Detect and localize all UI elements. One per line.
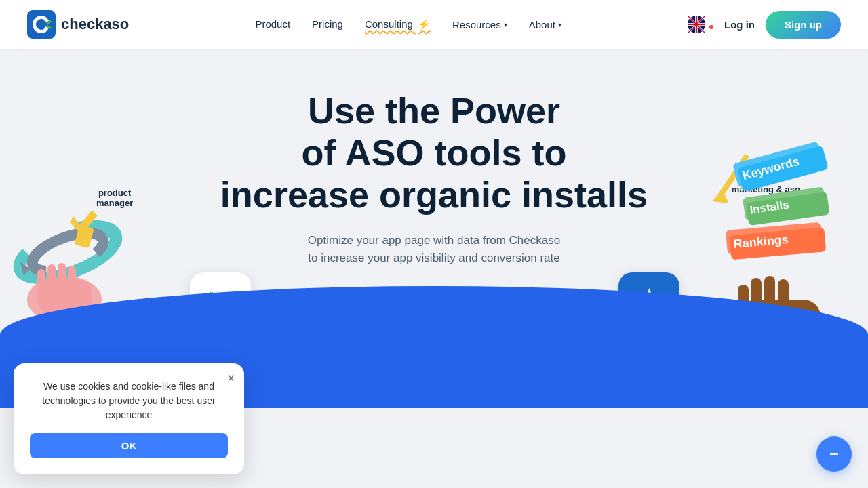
nav-item-about: About ▾ bbox=[529, 19, 561, 30]
login-button[interactable]: Log in bbox=[724, 19, 755, 30]
brand-name: checkaso bbox=[61, 16, 129, 33]
svg-rect-10 bbox=[47, 264, 56, 288]
nav-item-pricing: Pricing bbox=[312, 18, 343, 30]
nav-link-resources[interactable]: Resources ▾ bbox=[452, 19, 507, 30]
nav-item-product: Product bbox=[255, 18, 290, 30]
nav-right: Log in Sign up bbox=[688, 11, 841, 39]
resources-dropdown-arrow: ▾ bbox=[504, 21, 507, 28]
svg-rect-9 bbox=[37, 269, 45, 289]
svg-rect-27 bbox=[764, 276, 775, 304]
language-selector[interactable] bbox=[688, 16, 713, 33]
nav-links: Product Pricing Consulting ⚡ Resources ▾… bbox=[255, 18, 561, 30]
svg-point-32 bbox=[835, 453, 838, 455]
hero-section: product manager marketing bbox=[0, 49, 868, 408]
lang-dot bbox=[709, 25, 713, 29]
svg-rect-28 bbox=[778, 279, 789, 306]
logo-icon bbox=[27, 10, 56, 39]
cookie-text: We use cookies and cookie-like files and… bbox=[30, 380, 228, 422]
cookie-banner: × We use cookies and cookie-like files a… bbox=[14, 363, 244, 474]
uk-flag-icon bbox=[688, 16, 705, 33]
chat-icon bbox=[825, 445, 843, 463]
signup-button[interactable]: Sign up bbox=[766, 11, 841, 39]
nav-item-consulting: Consulting ⚡ bbox=[365, 18, 431, 30]
svg-point-31 bbox=[833, 453, 835, 455]
cookie-ok-button[interactable]: OK bbox=[30, 433, 228, 458]
logo-link[interactable]: checkaso bbox=[27, 10, 129, 39]
nav-link-about[interactable]: About ▾ bbox=[529, 19, 561, 30]
svg-point-30 bbox=[830, 453, 833, 455]
about-dropdown-arrow: ▾ bbox=[558, 21, 561, 28]
nav-link-consulting[interactable]: Consulting ⚡ bbox=[365, 18, 431, 30]
nav-link-pricing[interactable]: Pricing bbox=[312, 18, 343, 30]
svg-marker-13 bbox=[712, 190, 729, 203]
svg-rect-11 bbox=[58, 263, 66, 287]
navbar: checkaso Product Pricing Consulting ⚡ Re… bbox=[0, 0, 868, 49]
svg-rect-0 bbox=[27, 10, 56, 39]
cookie-close-button[interactable]: × bbox=[227, 371, 235, 386]
chat-button[interactable] bbox=[816, 436, 852, 472]
consulting-bolt-icon: ⚡ bbox=[418, 18, 431, 30]
nav-link-product[interactable]: Product bbox=[255, 18, 290, 30]
nav-item-resources: Resources ▾ bbox=[452, 19, 507, 30]
svg-rect-12 bbox=[68, 266, 76, 287]
